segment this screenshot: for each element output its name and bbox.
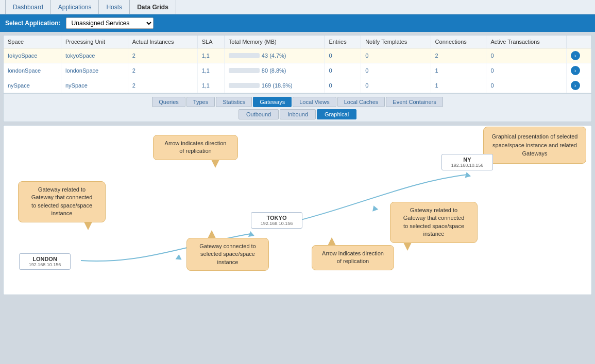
node-tokyo[interactable]: TOKYO 192.168.10.156 xyxy=(251,212,302,229)
sub-tab-outbound[interactable]: Outbound xyxy=(239,109,279,119)
row-detail-button[interactable]: › xyxy=(571,66,580,75)
cell-instances: 2 xyxy=(128,48,197,63)
cell-action: › xyxy=(566,63,591,78)
nav-dashboard[interactable]: Dashboard xyxy=(5,0,51,14)
cell-memory: 169 (18.6%) xyxy=(224,78,325,93)
callout-arrow-1: Arrow indicates directionof replication xyxy=(153,135,238,160)
cell-memory: 43 (4.7%) xyxy=(224,48,325,63)
cell-space: tokyoSpace xyxy=(4,48,61,63)
nav-hosts[interactable]: Hosts xyxy=(99,0,130,14)
tab-section: QueriesTypesStatisticsGatewaysLocal View… xyxy=(4,93,591,122)
cell-action: › xyxy=(566,48,591,63)
cell-space: londonSpace xyxy=(4,63,61,78)
node-london-ip: 192.168.10.156 xyxy=(25,262,65,267)
cell-active-tx: 0 xyxy=(486,63,566,78)
nav-data-grids[interactable]: Data Grids xyxy=(130,0,176,14)
callout-gateway-right-text: Gateway related toGateway that connected… xyxy=(403,207,465,237)
row-detail-button[interactable]: › xyxy=(571,51,580,60)
cell-memory: 80 (8.8%) xyxy=(224,63,325,78)
cell-notify: 0 xyxy=(361,78,431,93)
table-row: nySpace nySpace 2 1,1 169 (18.6%) 0 0 1 … xyxy=(4,78,591,93)
main-content: Space Processing Unit Actual Instances S… xyxy=(3,35,592,122)
callout-arrow-2-text: Arrow indicates directionof replication xyxy=(322,250,384,264)
col-action xyxy=(566,36,591,48)
col-total-memory: Total Memory (MB) xyxy=(224,36,325,48)
cell-notify: 0 xyxy=(361,63,431,78)
data-grid-table: Space Processing Unit Actual Instances S… xyxy=(4,36,591,93)
svg-marker-3 xyxy=(371,204,379,212)
col-space: Space xyxy=(4,36,61,48)
main-tab-types[interactable]: Types xyxy=(186,97,215,107)
app-selector-select[interactable]: Unassigned Services xyxy=(66,18,154,29)
node-tokyo-name: TOKYO xyxy=(257,215,297,221)
col-processing-unit: Processing Unit xyxy=(61,36,128,48)
cell-connections: 1 xyxy=(431,63,486,78)
cell-instances: 2 xyxy=(128,78,197,93)
cell-processing-unit: tokyoSpace xyxy=(61,48,128,63)
cell-connections: 1 xyxy=(431,78,486,93)
main-tab-event-containers[interactable]: Event Containers xyxy=(386,97,443,107)
app-selector-bar: Select Application: Unassigned Services xyxy=(0,14,595,32)
node-london[interactable]: LONDON 192.168.10.156 xyxy=(19,253,71,270)
node-ny-name: NY xyxy=(447,157,487,163)
col-connections: Connections xyxy=(431,36,486,48)
app-selector-label: Select Application: xyxy=(5,20,61,27)
cell-notify: 0 xyxy=(361,48,431,63)
svg-marker-1 xyxy=(247,231,254,237)
cell-connections: 2 xyxy=(431,48,486,63)
cell-sla: 1,1 xyxy=(197,63,224,78)
table-row: tokyoSpace tokyoSpace 2 1,1 43 (4.7%) 0 … xyxy=(4,48,591,63)
sub-tab-inbound[interactable]: Inbound xyxy=(280,109,316,119)
graph-area: Graphical presentation of selected space… xyxy=(3,125,592,295)
svg-marker-2 xyxy=(176,254,182,259)
graphical-callout: Graphical presentation of selected space… xyxy=(483,127,586,164)
node-london-name: LONDON xyxy=(25,256,65,262)
cell-space: nySpace xyxy=(4,78,61,93)
callout-gateway-left-text: Gateway related toGateway that connected… xyxy=(31,186,93,216)
svg-marker-0 xyxy=(464,171,471,178)
cell-sla: 1,1 xyxy=(197,78,224,93)
cell-action: › xyxy=(566,78,591,93)
cell-entries: 0 xyxy=(325,63,361,78)
top-nav: Dashboard Applications Hosts Data Grids xyxy=(0,0,595,14)
main-tab-queries[interactable]: Queries xyxy=(152,97,185,107)
sub-tab-row: OutboundInboundGraphical xyxy=(239,109,356,122)
cell-instances: 2 xyxy=(128,63,197,78)
main-tab-statistics[interactable]: Statistics xyxy=(216,97,252,107)
row-detail-button[interactable]: › xyxy=(571,81,580,90)
node-ny[interactable]: NY 192.168.10.156 xyxy=(441,154,493,170)
callout-gateway-connected-text: Gateway connected toselected space/space… xyxy=(199,243,256,265)
callout-arrow-2: Arrow indicates directionof replication xyxy=(312,245,394,270)
main-tab-local-views[interactable]: Local Views xyxy=(293,97,336,107)
main-tab-row: QueriesTypesStatisticsGatewaysLocal View… xyxy=(152,97,443,107)
graphical-callout-text: Graphical presentation of selected space… xyxy=(492,133,578,157)
callout-gateway-connected: Gateway connected toselected space/space… xyxy=(186,238,269,271)
callout-gateway-left: Gateway related toGateway that connected… xyxy=(18,181,106,222)
sub-tab-graphical[interactable]: Graphical xyxy=(317,109,356,119)
cell-processing-unit: nySpace xyxy=(61,78,128,93)
col-active-transactions: Active Transactions xyxy=(486,36,566,48)
col-notify-templates: Notify Templates xyxy=(361,36,431,48)
col-entries: Entries xyxy=(325,36,361,48)
cell-active-tx: 0 xyxy=(486,48,566,63)
cell-entries: 0 xyxy=(325,78,361,93)
cell-entries: 0 xyxy=(325,48,361,63)
col-sla: SLA xyxy=(197,36,224,48)
callout-gateway-right: Gateway related toGateway that connected… xyxy=(390,202,478,243)
nav-applications[interactable]: Applications xyxy=(51,0,99,14)
node-tokyo-ip: 192.168.10.156 xyxy=(257,221,297,226)
cell-processing-unit: londonSpace xyxy=(61,63,128,78)
main-tab-local-caches[interactable]: Local Caches xyxy=(337,97,385,107)
cell-sla: 1,1 xyxy=(197,48,224,63)
table-row: londonSpace londonSpace 2 1,1 80 (8.8%) … xyxy=(4,63,591,78)
col-actual-instances: Actual Instances xyxy=(128,36,197,48)
callout-arrow-1-text: Arrow indicates directionof replication xyxy=(165,140,227,154)
cell-active-tx: 0 xyxy=(486,78,566,93)
node-ny-ip: 192.168.10.156 xyxy=(447,163,487,168)
main-tab-gateways[interactable]: Gateways xyxy=(253,97,292,107)
